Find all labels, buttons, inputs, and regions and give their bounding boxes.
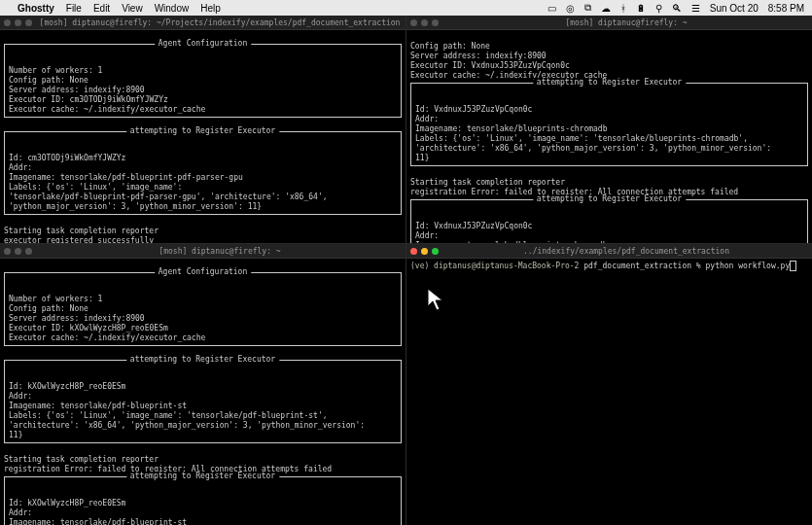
register-box: attempting to Register Executor Id: kXOw… (4, 476, 402, 525)
prompt-env: (ve) (410, 262, 429, 270)
box-title: attempting to Register Executor (126, 472, 279, 481)
line: Labels: {'os': 'Linux', 'image_name': 't… (415, 134, 748, 143)
terminal-pane-bottom-right[interactable]: ../indexify/examples/pdf_document_extrac… (406, 244, 812, 525)
register-box: attempting to Register Executor Id: kXOw… (4, 360, 402, 443)
close-icon[interactable] (4, 19, 11, 26)
box-title: attempting to Register Executor (126, 126, 279, 136)
zoom-icon[interactable] (25, 19, 32, 26)
line: Executor ID: kXOwlWyzcH8P_reoE0ESm (9, 324, 168, 332)
line: 11} (415, 154, 429, 162)
menu-window[interactable]: Window (155, 3, 190, 14)
line: Id: kXOwlWyzcH8P_reoE0ESm (9, 382, 125, 391)
window-controls[interactable] (410, 248, 439, 255)
terminal-cursor (790, 261, 796, 271)
prompt-dir: pdf_document_extraction (583, 262, 691, 270)
box-title: Agent Configuration (155, 39, 252, 49)
display-icon[interactable]: ⧉ (584, 2, 591, 14)
box-title: attempting to Register Executor (533, 194, 686, 204)
line: Server address: indexify:8900 (410, 52, 547, 60)
register-box: attempting to Register Executor Id: Vxdn… (410, 199, 808, 243)
line: Id: kXOwlWyzcH8P_reoE0ESm (9, 499, 125, 508)
register-box: attempting to Register Executor Id: Vxdn… (410, 83, 808, 166)
close-icon[interactable] (410, 19, 417, 26)
tab-bar: [mosh] diptanuc@firefly: ~/Projects/inde… (0, 16, 406, 30)
close-icon[interactable] (4, 248, 11, 255)
box-title: Agent Configuration (155, 267, 252, 277)
line: Labels: {'os': 'Linux', 'image_name': 't… (9, 411, 328, 420)
window-controls[interactable] (4, 248, 32, 255)
terminal-pane-top-left[interactable]: [mosh] diptanuc@firefly: ~/Projects/inde… (0, 16, 406, 243)
window-controls[interactable] (4, 19, 32, 26)
agent-config-box: Agent Configuration Number of workers: 1… (4, 44, 402, 118)
bluetooth-icon[interactable]: ᚼ (620, 3, 626, 14)
wifi-icon[interactable]: ⚲ (655, 3, 662, 14)
line: Imagename: tensorlake/blueprints-chromad… (415, 124, 607, 133)
control-center-icon[interactable]: ☰ (691, 3, 700, 14)
menubar-right: ▭ ◎ ⧉ ☁ ᚼ 🔋︎ ⚲ 🔍︎ ☰ Sun Oct 20 8:58 PM (547, 2, 804, 14)
line: Addr: (9, 392, 32, 401)
tab-title: [mosh] diptanuc@firefly: ~ (444, 18, 808, 27)
line: Number of workers: 1 (9, 295, 102, 303)
menubar-time[interactable]: 8:58 PM (768, 3, 804, 14)
status-icon[interactable]: ◎ (566, 3, 575, 14)
menu-edit[interactable]: Edit (93, 3, 110, 14)
line: 11} (9, 431, 22, 439)
menu-help[interactable]: Help (200, 3, 221, 14)
line: Addr: (415, 231, 439, 240)
zoom-icon[interactable] (25, 248, 32, 255)
window-controls[interactable] (410, 19, 439, 26)
minimize-icon[interactable] (15, 248, 21, 255)
line: executor registered successfully (4, 236, 154, 243)
line: Number of workers: 1 (9, 66, 102, 75)
tab-bar: ../indexify/examples/pdf_document_extrac… (406, 244, 812, 259)
line: Addr: (9, 508, 32, 517)
line: Config path: None (9, 304, 88, 313)
mac-menubar: Ghostty File Edit View Window Help ▭ ◎ ⧉… (0, 0, 812, 16)
line: Executor cache: ~/.indexify/executor_cac… (9, 105, 205, 114)
terminal-pane-bottom-left[interactable]: [mosh] diptanuc@firefly: ~ Agent Configu… (0, 244, 406, 525)
line: Addr: (9, 163, 32, 172)
stage-manager-icon[interactable]: ▭ (547, 3, 556, 14)
minimize-icon[interactable] (421, 248, 428, 255)
tab-bar: [mosh] diptanuc@firefly: ~ (406, 16, 812, 30)
line: Config path: None (410, 42, 490, 51)
prompt-cmd: python workflow.py (706, 262, 791, 270)
close-icon[interactable] (410, 248, 417, 255)
zoom-icon[interactable] (432, 19, 439, 26)
line: 'python_major_version': 3, 'python_minor… (9, 202, 262, 211)
line: Labels: {'os': 'Linux', 'image_name': (9, 183, 182, 192)
terminal-pane-top-right[interactable]: [mosh] diptanuc@firefly: ~ Config path: … (406, 16, 812, 243)
line: Imagename: tensorlake/pdf-blueprint-st (9, 518, 187, 525)
line: Id: cm3OTODj9iWkOmfYJWZYz (9, 154, 125, 162)
minimize-icon[interactable] (421, 19, 428, 26)
tab-bar: [mosh] diptanuc@firefly: ~ (0, 244, 406, 259)
app-name[interactable]: Ghostty (18, 3, 54, 14)
line: Server address: indexify:8900 (9, 314, 145, 323)
prompt-sep: % (696, 262, 701, 270)
line: Imagename: tensorlake/pdf-blueprint-st (9, 402, 187, 410)
line: Executor ID: VxdnuxJ53PZuzVpCqon0c (410, 61, 570, 70)
battery-icon[interactable]: 🔋︎ (636, 3, 646, 14)
line: Starting task completion reporter (4, 455, 159, 464)
line: Executor cache: ~/.indexify/executor_cac… (9, 333, 205, 342)
tab-title: ../indexify/examples/pdf_document_extrac… (444, 247, 808, 256)
tab-title: [mosh] diptanuc@firefly: ~/Projects/inde… (38, 18, 402, 27)
menubar-date[interactable]: Sun Oct 20 (710, 3, 759, 14)
line: 'architecture': 'x86_64', 'python_major_… (9, 421, 365, 430)
line: Imagename: tensorlake/pdf-blueprint-pdf-… (9, 173, 243, 182)
zoom-icon[interactable] (432, 248, 439, 255)
register-box: attempting to Register Executor Id: cm3O… (4, 131, 402, 215)
minimize-icon[interactable] (15, 19, 21, 26)
cloud-icon[interactable]: ☁ (601, 3, 611, 14)
line: Config path: None (9, 76, 88, 85)
menu-file[interactable]: File (66, 3, 82, 14)
line: Starting task completion reporter (410, 178, 565, 187)
box-title: attempting to Register Executor (126, 355, 279, 365)
line: Id: VxdnuxJ53PZuzVpCqon0c (415, 105, 532, 114)
box-title: attempting to Register Executor (533, 78, 686, 88)
search-icon[interactable]: 🔍︎ (672, 3, 682, 14)
menu-view[interactable]: View (122, 3, 143, 14)
line: 'tensorlake/pdf-blueprint-pdf-parser-gpu… (9, 192, 328, 201)
line: Addr: (415, 115, 439, 123)
prompt-host: diptanus@diptanus-MacBook-Pro-2 (434, 262, 579, 270)
